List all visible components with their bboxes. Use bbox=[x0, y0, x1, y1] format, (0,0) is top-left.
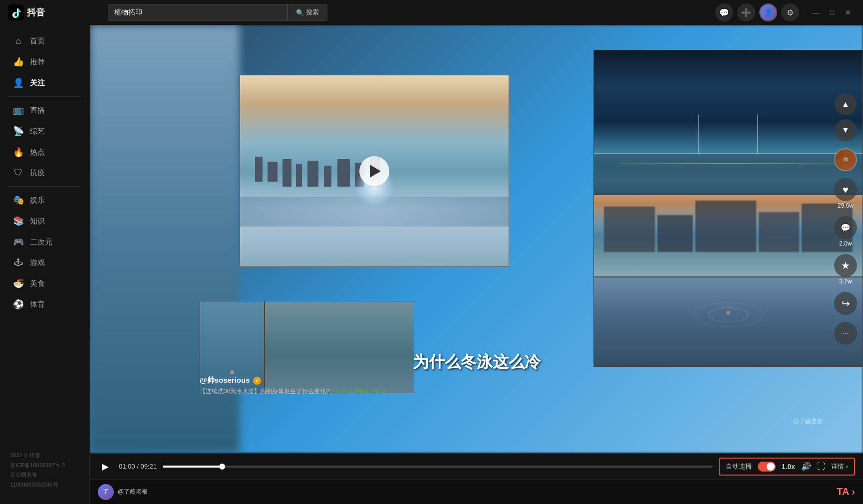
fullscreen-btn[interactable]: ⛶ bbox=[817, 462, 825, 471]
hot-icon: 🔥 bbox=[13, 147, 24, 158]
auto-play-toggle[interactable] bbox=[758, 462, 776, 472]
nav-down-btn[interactable]: ▼ bbox=[835, 119, 857, 141]
footer-line1: 2022 © 抖音 bbox=[10, 451, 79, 461]
sidebar-item-knowledge[interactable]: 📚 知识 bbox=[3, 211, 86, 232]
sidebar-item-anti[interactable]: 🛡 抗疫 bbox=[3, 163, 86, 183]
play-pause-btn[interactable]: ▶ bbox=[98, 459, 113, 474]
like-count: 29.6w bbox=[838, 202, 854, 209]
current-time: 01:00 bbox=[119, 463, 135, 470]
share-btn[interactable]: ↪ bbox=[834, 292, 857, 315]
more-btn[interactable]: ··· bbox=[834, 322, 857, 345]
panel-right-top[interactable] bbox=[593, 50, 863, 195]
subtitle-overlay: 为什么冬泳这么冷 bbox=[413, 351, 541, 373]
window-controls: — □ ✕ bbox=[809, 5, 855, 19]
panel-center-top[interactable] bbox=[240, 75, 509, 267]
sidebar-item-sports-label: 体育 bbox=[30, 300, 45, 309]
verified-badge: ✓ bbox=[253, 377, 261, 385]
speed-btn[interactable]: 1.0x bbox=[782, 463, 795, 471]
share-group: ↪ bbox=[834, 292, 857, 315]
progress-bar[interactable] bbox=[163, 466, 713, 468]
author-info: @帅soserious ✓ 【连续洗30天冷水澡】我的身体发生了什么变化? #冷… bbox=[200, 376, 386, 396]
avatar-action-group: 帅 bbox=[834, 148, 857, 171]
food-icon: 🍜 bbox=[13, 278, 24, 289]
sidebar-item-sports[interactable]: ⚽ 体育 bbox=[3, 294, 86, 315]
sidebar-item-game[interactable]: 🕹 游戏 bbox=[3, 252, 86, 273]
sports-icon: ⚽ bbox=[13, 299, 24, 310]
content-area: 为什么冬泳这么冷 @帅soserious ✓ 【连续洗30天冷水澡】我的身体发生… bbox=[90, 25, 863, 504]
desc-text: 【连续洗30天冷水澡】我的身体发生了什么变化? bbox=[200, 388, 329, 395]
star-icon: ★ bbox=[841, 259, 850, 271]
close-btn[interactable]: ✕ bbox=[841, 5, 855, 19]
entertainment-icon: 🎭 bbox=[13, 195, 24, 206]
volume-btn[interactable]: 🔊 bbox=[801, 462, 811, 471]
sidebar-item-live-label: 直播 bbox=[30, 106, 45, 115]
panel-right-mid[interactable] bbox=[593, 195, 863, 277]
user-avatar-btn[interactable]: 👤 bbox=[759, 3, 777, 21]
controls-bar: ▶ 01:00 / 09:21 自动连播 1.0x 🔊 ⛶ bbox=[90, 453, 863, 479]
sidebar-item-follow[interactable]: 👤 关注 bbox=[3, 72, 86, 93]
footer-line3: 京公网安备 bbox=[10, 470, 79, 480]
titlebar-right: 💬 ➕ 👤 ⚙ — □ ✕ bbox=[715, 3, 855, 21]
tiktok-logo-icon bbox=[8, 4, 24, 20]
detail-btn[interactable]: 详情 › bbox=[831, 462, 848, 471]
search-input[interactable] bbox=[108, 4, 288, 21]
maximize-btn[interactable]: □ bbox=[825, 5, 839, 19]
sidebar-item-food[interactable]: 🍜 美食 bbox=[3, 273, 86, 294]
message-icon-btn[interactable]: 💬 bbox=[715, 3, 733, 21]
hashtag-1: #冷水澡 bbox=[331, 388, 352, 395]
sidebar-item-recommend-label: 推荐 bbox=[30, 57, 45, 67]
play-button-overlay[interactable] bbox=[359, 156, 389, 186]
sidebar-item-home[interactable]: ⌂ 首页 bbox=[3, 31, 86, 51]
auto-play-label: 自动连播 bbox=[726, 462, 752, 471]
comment-count: 2.0w bbox=[839, 240, 852, 247]
footer-line4: 11000002002046号 bbox=[10, 480, 79, 490]
progress-fill bbox=[163, 466, 222, 468]
sidebar-item-follow-label: 关注 bbox=[30, 78, 45, 88]
game-icon: 🕹 bbox=[13, 257, 24, 268]
sidebar-item-anti-label: 抗疫 bbox=[30, 168, 45, 178]
total-time: 09:21 bbox=[140, 463, 157, 470]
sidebar-footer: 2022 © 抖音 京ICP备16016397号-3 京公网安备 1100000… bbox=[0, 443, 89, 498]
recommend-icon: 👍 bbox=[13, 56, 24, 67]
search-area: 🔍 搜索 bbox=[108, 4, 327, 21]
bottom-user-avatar: 了 bbox=[98, 484, 114, 500]
panel-right-bottom[interactable] bbox=[593, 277, 863, 367]
sidebar-divider-1 bbox=[8, 96, 81, 97]
hashtag-3: #健身 bbox=[371, 388, 386, 395]
time-display: 01:00 / 09:21 bbox=[119, 463, 157, 470]
comment-icon: 💬 bbox=[841, 223, 851, 233]
more-group: ··· bbox=[834, 322, 857, 345]
comment-group: 💬 2.0w bbox=[834, 216, 857, 247]
search-btn-label: 搜索 bbox=[306, 8, 319, 17]
watermark: @了蘸老板 bbox=[793, 417, 823, 426]
search-button[interactable]: 🔍 搜索 bbox=[288, 4, 327, 21]
bottom-strip: 了 @了蘸老板 TA › bbox=[90, 479, 863, 504]
comment-btn[interactable]: 💬 bbox=[834, 216, 857, 239]
sidebar-item-recommend[interactable]: 👍 推荐 bbox=[3, 51, 86, 72]
search-icon: 🔍 bbox=[296, 9, 304, 16]
progress-dot bbox=[219, 464, 225, 470]
sidebar-item-hot[interactable]: 🔥 热点 bbox=[3, 142, 86, 163]
sidebar-item-entertainment[interactable]: 🎭 娱乐 bbox=[3, 190, 86, 211]
add-icon-btn[interactable]: ➕ bbox=[737, 3, 755, 21]
author-avatar[interactable]: 帅 bbox=[834, 148, 857, 171]
sidebar-item-anime[interactable]: 🎮 二次元 bbox=[3, 232, 86, 252]
heart-icon: ♥ bbox=[843, 184, 849, 196]
like-group: ♥ 29.6w bbox=[834, 178, 857, 209]
more-icon: ··· bbox=[842, 330, 849, 337]
nav-up-btn[interactable]: ▲ bbox=[835, 93, 857, 115]
volume-icon: 🔊 bbox=[801, 462, 811, 471]
sidebar-item-anime-label: 二次元 bbox=[30, 238, 52, 247]
video-container[interactable]: 为什么冬泳这么冷 @帅soserious ✓ 【连续洗30天冷水澡】我的身体发生… bbox=[90, 25, 863, 453]
ta-cta-button[interactable]: TA › bbox=[837, 486, 855, 498]
settings-icon-btn[interactable]: ⚙ bbox=[781, 3, 799, 21]
collect-btn[interactable]: ★ bbox=[834, 254, 857, 277]
video-description: 【连续洗30天冷水澡】我的身体发生了什么变化? #冷水澡 #挑战 #健身 bbox=[200, 387, 386, 396]
like-btn[interactable]: ♥ bbox=[834, 178, 857, 201]
minimize-btn[interactable]: — bbox=[809, 5, 823, 19]
sidebar-item-variety[interactable]: 📡 综艺 bbox=[3, 121, 86, 142]
author-username: @帅soserious bbox=[200, 376, 250, 385]
sidebar-item-food-label: 美食 bbox=[30, 279, 45, 288]
follow-icon: 👤 bbox=[13, 77, 24, 88]
sidebar-item-live[interactable]: 📺 直播 bbox=[3, 100, 86, 121]
